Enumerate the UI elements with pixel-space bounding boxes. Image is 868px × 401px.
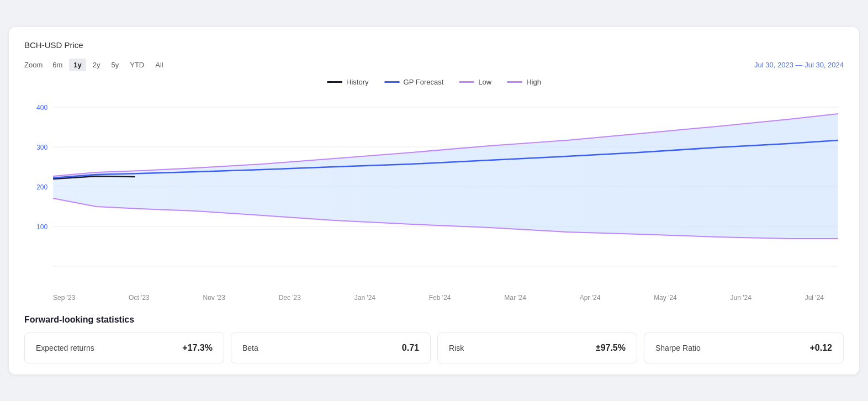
svg-text:300: 300 xyxy=(36,144,47,151)
x-label-nov23: Nov '23 xyxy=(203,294,225,302)
zoom-btn-all[interactable]: All xyxy=(151,59,167,71)
x-label-dec23: Dec '23 xyxy=(279,294,301,302)
legend-high-line xyxy=(507,81,522,83)
stat-sharpe-ratio-value: +0.12 xyxy=(810,343,832,353)
svg-text:100: 100 xyxy=(36,223,47,231)
zoom-group: Zoom 6m 1y 2y 5y YTD All xyxy=(24,59,168,71)
card-title: BCH-USD Price xyxy=(24,40,844,50)
zoom-btn-2y[interactable]: 2y xyxy=(88,59,105,71)
forecast-fill xyxy=(53,114,838,239)
main-card: BCH-USD Price Zoom 6m 1y 2y 5y YTD All J… xyxy=(9,27,859,374)
stat-expected-returns: Expected returns +17.3% xyxy=(24,333,224,363)
stat-sharpe-ratio-label: Sharpe Ratio xyxy=(655,344,701,352)
stat-beta-value: 0.71 xyxy=(402,343,419,353)
stat-sharpe-ratio: Sharpe Ratio +0.12 xyxy=(644,333,844,363)
x-label-oct23: Oct '23 xyxy=(129,294,150,302)
legend-high: High xyxy=(507,78,541,86)
zoom-label: Zoom xyxy=(24,61,43,69)
stat-expected-returns-label: Expected returns xyxy=(36,344,94,352)
stat-risk: Risk ±97.5% xyxy=(437,333,637,363)
stats-grid: Expected returns +17.3% Beta 0.71 Risk ±… xyxy=(24,333,844,363)
legend: History GP Forecast Low High xyxy=(24,78,844,86)
x-axis: Sep '23 Oct '23 Nov '23 Dec '23 Jan '24 … xyxy=(24,294,844,302)
legend-gp-label: GP Forecast xyxy=(404,78,444,86)
legend-history-label: History xyxy=(346,78,368,86)
legend-high-label: High xyxy=(526,78,541,86)
date-range: Jul 30, 2023 — Jul 30, 2024 xyxy=(754,61,844,69)
x-label-mar24: Mar '24 xyxy=(504,294,526,302)
stats-title: Forward-looking statistics xyxy=(24,315,844,325)
chart-area: 400 300 200 100 xyxy=(24,91,844,289)
legend-low: Low xyxy=(459,78,491,86)
zoom-btn-1y[interactable]: 1y xyxy=(69,59,86,71)
svg-text:400: 400 xyxy=(36,104,47,112)
stat-risk-value: ±97.5% xyxy=(596,343,626,353)
x-label-apr24: Apr '24 xyxy=(580,294,601,302)
legend-low-line xyxy=(459,81,474,83)
legend-gp-forecast: GP Forecast xyxy=(384,78,444,86)
toolbar: Zoom 6m 1y 2y 5y YTD All Jul 30, 2023 — … xyxy=(24,59,844,71)
x-label-jul24: Jul '24 xyxy=(805,294,824,302)
svg-text:200: 200 xyxy=(36,183,47,191)
chart-svg: 400 300 200 100 xyxy=(24,91,844,289)
zoom-btn-5y[interactable]: 5y xyxy=(107,59,124,71)
legend-gp-line xyxy=(384,81,400,83)
legend-history-line xyxy=(327,81,342,83)
x-label-jun24: Jun '24 xyxy=(731,294,751,302)
x-label-jan24: Jan '24 xyxy=(354,294,375,302)
zoom-btn-ytd[interactable]: YTD xyxy=(125,59,149,71)
zoom-btn-6m[interactable]: 6m xyxy=(48,59,67,71)
legend-history: History xyxy=(327,78,368,86)
x-label-may24: May '24 xyxy=(654,294,677,302)
x-label-feb24: Feb '24 xyxy=(429,294,451,302)
stat-expected-returns-value: +17.3% xyxy=(182,343,213,353)
x-label-sep23: Sep '23 xyxy=(53,294,75,302)
stat-beta: Beta 0.71 xyxy=(231,333,431,363)
stat-beta-label: Beta xyxy=(242,344,258,352)
stat-risk-label: Risk xyxy=(449,344,464,352)
legend-low-label: Low xyxy=(478,78,491,86)
